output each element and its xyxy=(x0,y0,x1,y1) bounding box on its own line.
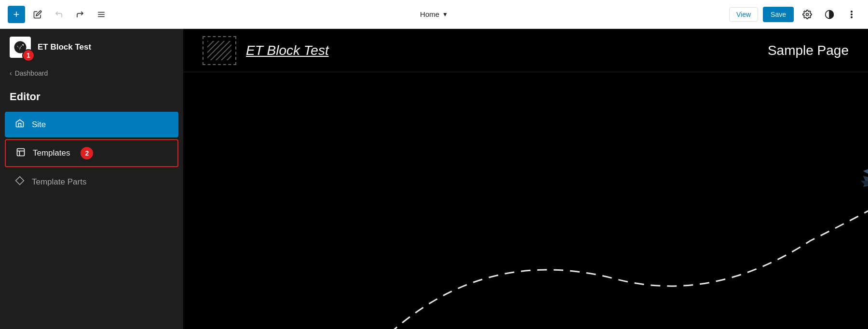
badge-2: 2 xyxy=(81,147,93,159)
main-layout: W 1 ET Block Test ‹ Dashboard Editor Sit… xyxy=(0,29,868,329)
badge-1: 1 xyxy=(22,49,35,62)
sidebar-item-template-parts[interactable]: Template Parts xyxy=(5,169,178,195)
svg-rect-10 xyxy=(17,148,25,156)
sidebar-item-templates[interactable]: Templates 2 xyxy=(5,139,178,167)
canvas-site-title: ET Block Test xyxy=(246,43,329,58)
chevron-left-icon: ‹ xyxy=(10,69,12,77)
contrast-button[interactable] xyxy=(821,6,838,23)
dashed-curve-svg xyxy=(183,72,868,329)
top-toolbar: + Hom xyxy=(0,0,868,29)
dashboard-label: Dashboard xyxy=(15,69,48,77)
toolbar-center: Home ▼ xyxy=(420,10,448,18)
svg-text:W: W xyxy=(17,44,23,51)
chevron-down-icon: ▼ xyxy=(442,11,448,18)
bird-graphic xyxy=(861,160,868,194)
sidebar-item-templates-label: Templates xyxy=(33,148,70,158)
home-icon xyxy=(14,118,25,131)
svg-point-6 xyxy=(851,13,853,15)
canvas-header: ET Block Test Sample Page xyxy=(183,29,868,72)
home-label: Home xyxy=(420,10,439,18)
save-button[interactable]: Save xyxy=(763,7,794,22)
svg-marker-13 xyxy=(16,177,24,185)
list-view-button[interactable] xyxy=(93,6,110,23)
sidebar-item-template-parts-label: Template Parts xyxy=(32,177,86,187)
canvas-area: ET Block Test Sample Page xyxy=(183,29,868,329)
toolbar-left: + xyxy=(8,6,110,23)
view-button[interactable]: View xyxy=(729,7,758,22)
more-options-button[interactable] xyxy=(843,6,860,23)
home-nav-button[interactable]: Home ▼ xyxy=(420,10,448,18)
canvas-logo-placeholder xyxy=(203,36,236,65)
sidebar-item-site-label: Site xyxy=(32,120,46,130)
canvas-nav-item: Sample Page xyxy=(768,43,849,58)
svg-point-3 xyxy=(806,13,809,15)
canvas-content xyxy=(183,72,868,329)
layout-icon xyxy=(15,147,26,159)
add-block-button[interactable]: + xyxy=(8,6,25,23)
diamond-icon xyxy=(14,176,25,188)
undo-button[interactable] xyxy=(50,6,68,23)
svg-point-5 xyxy=(851,11,853,12)
sidebar-header: W 1 ET Block Test xyxy=(0,29,183,66)
site-title: ET Block Test xyxy=(38,42,91,52)
sidebar: W 1 ET Block Test ‹ Dashboard Editor Sit… xyxy=(0,29,183,329)
redo-button[interactable] xyxy=(71,6,89,23)
editor-label: Editor xyxy=(0,85,183,111)
sidebar-item-site[interactable]: Site xyxy=(5,112,178,137)
edit-mode-button[interactable] xyxy=(29,6,46,23)
dashboard-link[interactable]: ‹ Dashboard xyxy=(0,66,183,85)
wp-logo-wrapper: W 1 xyxy=(10,37,31,58)
svg-point-7 xyxy=(851,16,853,18)
toolbar-right: View Save xyxy=(729,6,860,23)
settings-button[interactable] xyxy=(799,6,816,23)
